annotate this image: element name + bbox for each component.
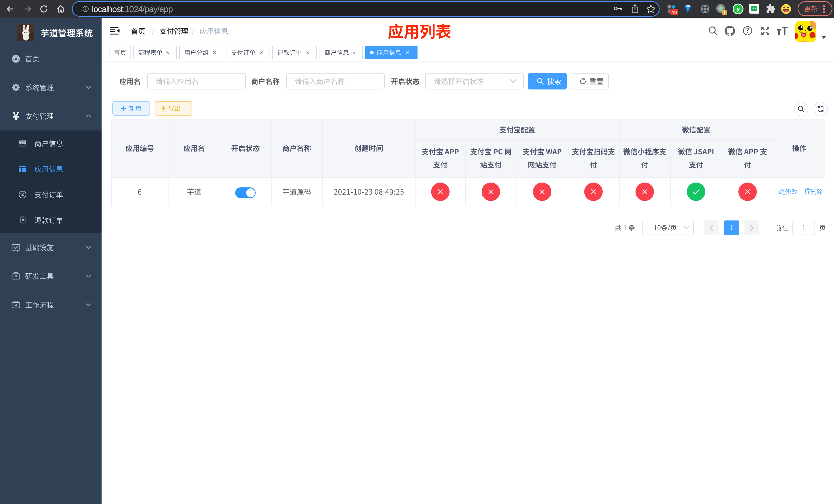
- svg-text:y: y: [736, 5, 740, 12]
- svg-text:10: 10: [672, 10, 677, 15]
- svg-text:1: 1: [723, 10, 725, 15]
